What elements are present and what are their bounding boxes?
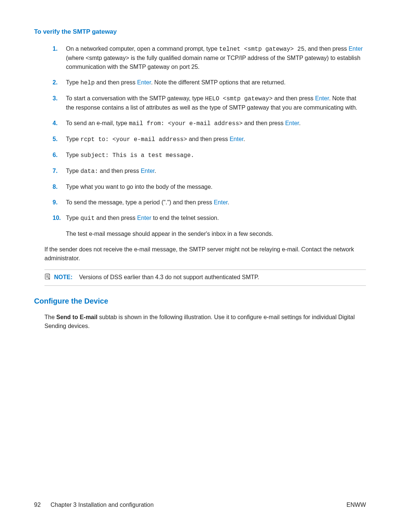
step-number: 4. <box>53 119 66 128</box>
step-body: Type what you want to go into the body o… <box>66 183 366 191</box>
footer-right: ENWW <box>347 502 366 508</box>
text-run: (where <smtp gateway> is the fully quali… <box>66 55 360 70</box>
step-item: 8.Type what you want to go into the body… <box>53 183 366 191</box>
mono-text: help <box>80 80 94 86</box>
text-run: Type what you want to go into the body o… <box>66 184 213 190</box>
text-run: . <box>228 199 229 205</box>
step-number: 5. <box>53 135 66 144</box>
note-content: NOTE: Versions of DSS earlier than 4.3 d… <box>54 273 259 282</box>
step-body: Type data: and then press Enter. <box>66 167 366 176</box>
text-run: To send the message, type a period (".")… <box>66 199 214 205</box>
step-number: 3. <box>53 94 66 103</box>
bold-text: Send to E-mail <box>56 314 97 320</box>
page-footer: 92 Chapter 3 Installation and configurat… <box>34 502 366 508</box>
text-run: Type <box>66 136 80 142</box>
configure-paragraph: The Send to E-mail subtab is shown in th… <box>44 313 366 331</box>
heading-configure-device: Configure the Device <box>34 297 366 305</box>
enter-keyword: Enter <box>214 199 227 205</box>
step-number: 10. <box>53 214 66 222</box>
step-number: 2. <box>53 78 66 87</box>
note-icon <box>44 273 51 282</box>
step-item: 6.Type subject: This is a test message. <box>53 151 366 160</box>
steps-list: 1.On a networked computer, open a comman… <box>53 44 366 223</box>
step-item: 3.To start a conversation with the SMTP … <box>53 94 366 112</box>
after-list-text: The test e-mail message should appear in… <box>66 230 366 238</box>
text-run: and then press <box>98 168 141 174</box>
step-item: 4.To send an e-mail, type mail from: <yo… <box>53 119 366 128</box>
mono-text: quit <box>80 215 94 222</box>
note-block: NOTE: Versions of DSS earlier than 4.3 d… <box>44 270 366 286</box>
step-item: 1.On a networked computer, open a comman… <box>53 44 366 71</box>
step-body: To start a conversation with the SMTP ga… <box>66 94 366 112</box>
mono-text: telnet <smtp gateway> 25 <box>219 46 304 53</box>
step-body: Type quit and then press Enter to end th… <box>66 214 366 223</box>
footer-chapter: Chapter 3 Installation and configuration <box>50 502 153 508</box>
text-run: To start a conversation with the SMTP ga… <box>66 95 205 101</box>
enter-keyword: Enter <box>141 168 154 174</box>
text-run: . <box>299 120 300 126</box>
step-number: 7. <box>53 167 66 175</box>
note-label: NOTE: <box>54 274 73 280</box>
step-number: 9. <box>53 198 66 207</box>
step-number: 1. <box>53 44 66 53</box>
text-run: and then press <box>95 215 137 221</box>
enter-keyword: Enter <box>285 120 299 126</box>
mono-text: data: <box>80 168 98 175</box>
text-run: and then press <box>243 120 285 126</box>
text-run: Type <box>66 79 80 86</box>
enter-keyword: Enter <box>315 95 329 101</box>
step-number: 8. <box>53 183 66 191</box>
step-body: Type subject: This is a test message. <box>66 151 366 160</box>
step-body: Type rcpt to: <your e-mail address> and … <box>66 135 366 144</box>
text-run: On a networked computer, open a command … <box>66 46 219 52</box>
step-body: On a networked computer, open a command … <box>66 44 366 71</box>
enter-keyword: Enter <box>230 136 243 142</box>
text-run: . Note the different SMTP options that a… <box>151 79 286 86</box>
step-item: 7.Type data: and then press Enter. <box>53 167 366 176</box>
footer-page-number: 92 <box>34 502 41 508</box>
step-body: To send an e-mail, type mail from: <your… <box>66 119 366 128</box>
text-run: . <box>243 136 245 142</box>
fail-paragraph: If the sender does not receive the e-mai… <box>44 245 366 263</box>
text-run: , and then press <box>304 46 349 52</box>
mono-text: rcpt to: <your e-mail address> <box>80 136 187 143</box>
mono-text: mail from: <your e-mail address> <box>129 120 243 127</box>
heading-verify-smtp: To verify the SMTP gateway <box>34 28 366 36</box>
step-item: 5.Type rcpt to: <your e-mail address> an… <box>53 135 366 144</box>
step-item: 10.Type quit and then press Enter to end… <box>53 214 366 223</box>
enter-keyword: Enter <box>349 46 363 52</box>
footer-left: 92 Chapter 3 Installation and configurat… <box>34 502 154 508</box>
mono-text: HELO <smtp gateway> <box>205 96 273 102</box>
text-run: . <box>154 168 156 174</box>
text-run: Type <box>66 152 80 158</box>
step-body: Type help and then press Enter. Note the… <box>66 78 366 87</box>
text-run: The <box>44 314 56 320</box>
text-run: To send an e-mail, type <box>66 120 129 126</box>
enter-keyword: Enter <box>137 79 151 86</box>
text-run: and then press <box>187 136 230 142</box>
step-item: 9.To send the message, type a period (".… <box>53 198 366 207</box>
step-number: 6. <box>53 151 66 160</box>
step-item: 2.Type help and then press Enter. Note t… <box>53 78 366 87</box>
step-body: To send the message, type a period (".")… <box>66 198 366 207</box>
enter-keyword: Enter <box>137 215 151 221</box>
mono-text: subject: This is a test message. <box>80 152 194 159</box>
text-run: Type <box>66 215 80 221</box>
text-run: Type <box>66 168 80 174</box>
note-text: Versions of DSS earlier than 4.3 do not … <box>79 274 259 280</box>
text-run: and then press <box>95 79 137 86</box>
text-run: and then press <box>273 95 315 101</box>
text-run: to end the telnet session. <box>151 215 219 221</box>
